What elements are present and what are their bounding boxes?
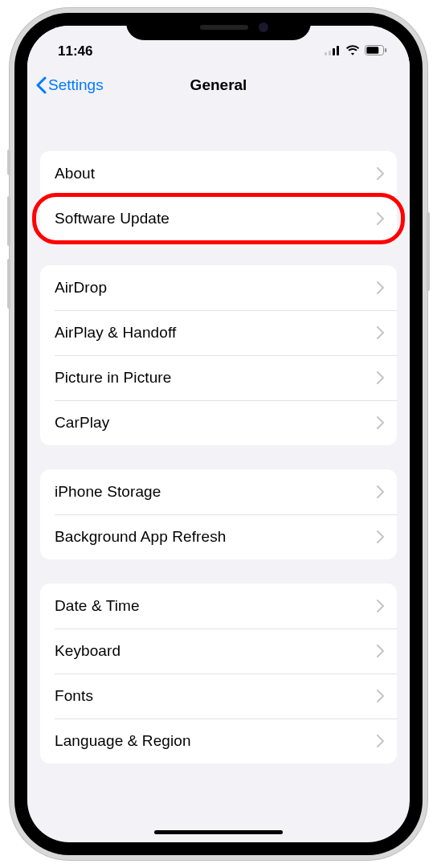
battery-icon bbox=[365, 44, 387, 59]
phone-frame: 11:46 bbox=[10, 8, 427, 860]
row-label: Date & Time bbox=[55, 597, 140, 615]
group-1: AirDrop AirPlay & Handoff Picture in Pic… bbox=[40, 265, 397, 445]
nav-bar: Settings General bbox=[27, 66, 410, 104]
row-label: Background App Refresh bbox=[55, 528, 226, 546]
row-airdrop[interactable]: AirDrop bbox=[40, 265, 397, 310]
svg-rect-6 bbox=[385, 48, 386, 52]
bezel: 11:46 bbox=[14, 13, 423, 855]
svg-rect-1 bbox=[329, 51, 331, 55]
chevron-right-icon bbox=[377, 167, 384, 180]
row-label: AirDrop bbox=[55, 279, 107, 297]
svg-rect-5 bbox=[366, 47, 378, 53]
chevron-right-icon bbox=[377, 485, 384, 498]
chevron-right-icon bbox=[377, 281, 384, 294]
chevron-right-icon bbox=[377, 600, 384, 612]
svg-rect-3 bbox=[337, 46, 339, 55]
wifi-icon bbox=[345, 44, 360, 59]
power-button bbox=[427, 212, 430, 291]
back-button[interactable]: Settings bbox=[35, 76, 104, 94]
status-icons bbox=[325, 44, 387, 59]
row-label: About bbox=[55, 165, 95, 182]
volume-up-button bbox=[7, 196, 10, 246]
silence-switch bbox=[7, 149, 10, 175]
svg-rect-2 bbox=[333, 48, 335, 55]
cellular-icon bbox=[325, 44, 341, 59]
row-iphone-storage[interactable]: iPhone Storage bbox=[40, 469, 397, 514]
svg-rect-0 bbox=[325, 52, 327, 55]
chevron-left-icon bbox=[35, 76, 47, 94]
volume-down-button bbox=[7, 259, 10, 309]
row-background-app-refresh[interactable]: Background App Refresh bbox=[40, 514, 397, 559]
row-airplay-handoff[interactable]: AirPlay & Handoff bbox=[40, 310, 397, 355]
row-label: Language & Region bbox=[55, 732, 191, 750]
row-carplay[interactable]: CarPlay bbox=[40, 400, 397, 445]
row-label: CarPlay bbox=[55, 414, 109, 432]
group-2: iPhone Storage Background App Refresh bbox=[40, 469, 397, 559]
row-label: Software Update bbox=[55, 210, 169, 227]
chevron-right-icon bbox=[377, 416, 384, 429]
row-label: AirPlay & Handoff bbox=[55, 324, 176, 342]
row-about[interactable]: About bbox=[40, 151, 397, 196]
row-label: Fonts bbox=[55, 687, 93, 705]
row-fonts[interactable]: Fonts bbox=[40, 674, 397, 719]
back-label: Settings bbox=[48, 76, 104, 94]
status-time: 11:46 bbox=[58, 43, 92, 59]
home-indicator[interactable] bbox=[154, 830, 283, 834]
content: About Software Update AirDrop AirPlay & bbox=[27, 151, 410, 764]
group-3: Date & Time Keyboard Fonts Language & Re… bbox=[40, 583, 397, 764]
chevron-right-icon bbox=[377, 645, 384, 657]
screen: 11:46 bbox=[27, 26, 410, 842]
row-software-update[interactable]: Software Update bbox=[40, 196, 397, 241]
group-0: About Software Update bbox=[40, 151, 397, 241]
row-label: iPhone Storage bbox=[55, 483, 161, 501]
chevron-right-icon bbox=[377, 371, 384, 384]
notch bbox=[126, 13, 311, 40]
row-keyboard[interactable]: Keyboard bbox=[40, 628, 397, 674]
chevron-right-icon bbox=[377, 326, 384, 339]
chevron-right-icon bbox=[377, 530, 384, 543]
chevron-right-icon bbox=[377, 690, 384, 702]
chevron-right-icon bbox=[377, 735, 384, 747]
row-label: Picture in Picture bbox=[55, 369, 171, 387]
chevron-right-icon bbox=[377, 212, 384, 225]
row-language-region[interactable]: Language & Region bbox=[40, 719, 397, 764]
row-date-time[interactable]: Date & Time bbox=[40, 583, 397, 628]
row-label: Keyboard bbox=[55, 642, 120, 660]
row-picture-in-picture[interactable]: Picture in Picture bbox=[40, 355, 397, 400]
